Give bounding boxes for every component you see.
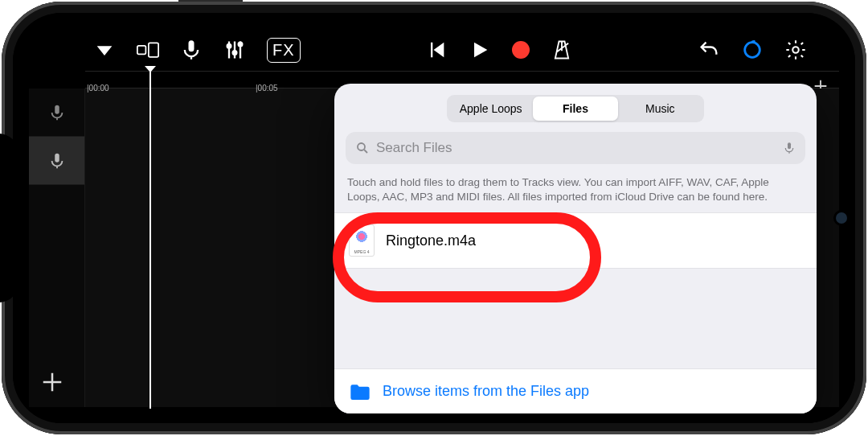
svg-rect-0 [137,46,146,55]
browse-files-label: Browse items from the Files app [383,383,589,400]
tab-apple-loops[interactable]: Apple Loops [448,97,533,121]
svg-rect-9 [55,153,59,162]
track-headers [29,88,85,407]
front-camera [836,212,847,224]
screen: FX [13,13,855,423]
svg-point-4 [233,51,237,55]
view-toggle-icon[interactable] [137,39,159,61]
tab-music[interactable]: Music [618,97,702,121]
microphone-icon[interactable] [180,39,203,61]
add-track-button[interactable] [40,370,64,394]
undo-icon[interactable] [698,39,720,61]
microphone-icon [48,104,66,121]
microphone-icon [48,152,66,170]
track-controls-icon[interactable] [223,39,246,61]
playhead[interactable] [149,71,151,409]
svg-rect-1 [149,43,158,57]
svg-point-3 [227,44,231,48]
search-input[interactable] [376,140,776,156]
svg-point-10 [358,143,365,150]
search-bar[interactable] [346,132,805,164]
dictation-microphone-icon[interactable] [783,140,796,156]
svg-point-5 [239,43,243,47]
phone-frame: FX [2,2,866,434]
search-icon [355,141,370,155]
svg-rect-2 [189,40,194,51]
settings-gear-icon[interactable] [784,39,807,61]
file-type-icon: MPEG 4 [349,224,375,257]
ruler-tick: |00:05 [256,84,278,93]
go-to-start-icon[interactable] [425,39,448,61]
fx-button[interactable]: FX [267,38,301,63]
folder-icon [349,383,371,401]
svg-point-7 [792,47,798,52]
record-button[interactable] [512,41,530,59]
file-row[interactable]: MPEG 4 Ringtone.m4a [334,212,817,269]
files-popover: Apple Loops Files Music Touch and hold f… [334,84,817,413]
source-segmented-control: Apple Loops Files Music [447,95,704,122]
track-header[interactable] [29,137,84,185]
home-indicator[interactable] [515,405,636,409]
metronome-icon[interactable] [551,39,573,61]
import-hint-text: Touch and hold files to drag them to Tra… [334,164,817,212]
svg-rect-11 [788,142,791,149]
loop-browser-icon[interactable] [741,39,764,61]
file-name: Ringtone.m4a [386,232,476,249]
notch [0,134,19,302]
svg-point-6 [745,43,760,58]
svg-rect-8 [55,105,59,113]
play-icon[interactable] [469,39,491,61]
top-toolbar: FX [13,29,855,71]
ruler-tick: |00:00 [87,84,109,93]
tab-files[interactable]: Files [533,97,617,121]
track-header[interactable] [29,88,84,137]
dropdown-triangle-icon[interactable] [93,39,116,61]
